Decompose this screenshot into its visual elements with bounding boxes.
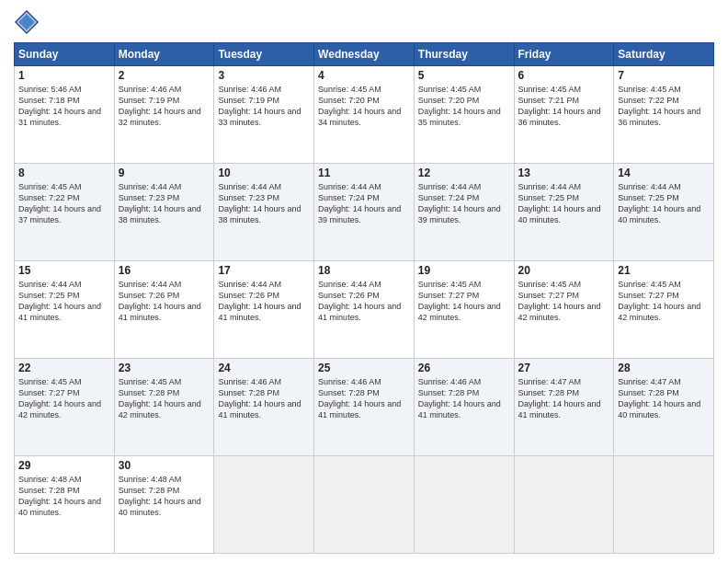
calendar-cell: 15Sunrise: 4:44 AMSunset: 7:25 PMDayligh… bbox=[15, 261, 115, 359]
calendar-cell: 17Sunrise: 4:44 AMSunset: 7:26 PMDayligh… bbox=[214, 261, 314, 359]
calendar-cell: 11Sunrise: 4:44 AMSunset: 7:24 PMDayligh… bbox=[314, 164, 415, 261]
cell-info: Sunrise: 4:46 AMSunset: 7:28 PMDaylight:… bbox=[418, 376, 510, 421]
cell-info: Sunrise: 4:44 AMSunset: 7:25 PMDaylight:… bbox=[518, 181, 610, 226]
cell-info: Sunrise: 4:44 AMSunset: 7:24 PMDaylight:… bbox=[418, 181, 510, 226]
calendar-cell bbox=[614, 456, 714, 554]
col-header-saturday: Saturday bbox=[614, 43, 714, 66]
week-row-3: 15Sunrise: 4:44 AMSunset: 7:25 PMDayligh… bbox=[15, 261, 714, 359]
day-number: 6 bbox=[518, 69, 610, 82]
cell-info: Sunrise: 4:47 AMSunset: 7:28 PMDaylight:… bbox=[618, 376, 710, 421]
cell-info: Sunrise: 4:45 AMSunset: 7:22 PMDaylight:… bbox=[18, 181, 110, 226]
week-row-2: 8Sunrise: 4:45 AMSunset: 7:22 PMDaylight… bbox=[15, 164, 714, 261]
calendar-cell: 8Sunrise: 4:45 AMSunset: 7:22 PMDaylight… bbox=[15, 164, 115, 261]
day-number: 14 bbox=[618, 167, 710, 179]
calendar-cell: 20Sunrise: 4:45 AMSunset: 7:27 PMDayligh… bbox=[514, 261, 614, 359]
day-number: 10 bbox=[218, 167, 310, 179]
logo bbox=[14, 9, 43, 35]
calendar-cell: 16Sunrise: 4:44 AMSunset: 7:26 PMDayligh… bbox=[114, 261, 214, 359]
calendar-cell: 21Sunrise: 4:45 AMSunset: 7:27 PMDayligh… bbox=[614, 261, 714, 359]
calendar-cell: 3Sunrise: 4:46 AMSunset: 7:19 PMDaylight… bbox=[214, 66, 314, 164]
cell-info: Sunrise: 4:45 AMSunset: 7:27 PMDaylight:… bbox=[418, 279, 510, 324]
day-number: 3 bbox=[218, 69, 310, 82]
day-number: 8 bbox=[18, 167, 110, 179]
cell-info: Sunrise: 4:46 AMSunset: 7:28 PMDaylight:… bbox=[218, 376, 310, 421]
calendar-cell: 7Sunrise: 4:45 AMSunset: 7:22 PMDaylight… bbox=[614, 66, 714, 164]
cell-info: Sunrise: 4:48 AMSunset: 7:28 PMDaylight:… bbox=[18, 474, 110, 519]
logo-icon bbox=[14, 9, 40, 35]
day-number: 4 bbox=[318, 69, 410, 82]
col-header-friday: Friday bbox=[514, 43, 614, 66]
cell-info: Sunrise: 4:45 AMSunset: 7:27 PMDaylight:… bbox=[18, 376, 110, 421]
cell-info: Sunrise: 4:44 AMSunset: 7:26 PMDaylight:… bbox=[218, 279, 310, 324]
day-number: 23 bbox=[119, 362, 210, 374]
col-header-monday: Monday bbox=[114, 43, 214, 66]
day-number: 2 bbox=[119, 69, 210, 82]
day-number: 16 bbox=[119, 264, 210, 277]
calendar-cell: 22Sunrise: 4:45 AMSunset: 7:27 PMDayligh… bbox=[15, 359, 115, 456]
day-number: 12 bbox=[418, 167, 510, 179]
calendar-cell: 23Sunrise: 4:45 AMSunset: 7:28 PMDayligh… bbox=[114, 359, 214, 456]
calendar-cell: 27Sunrise: 4:47 AMSunset: 7:28 PMDayligh… bbox=[514, 359, 614, 456]
calendar-cell: 29Sunrise: 4:48 AMSunset: 7:28 PMDayligh… bbox=[15, 456, 115, 554]
calendar-cell bbox=[214, 456, 314, 554]
calendar-header-row: SundayMondayTuesdayWednesdayThursdayFrid… bbox=[15, 43, 714, 66]
cell-info: Sunrise: 4:45 AMSunset: 7:27 PMDaylight:… bbox=[618, 279, 710, 324]
cell-info: Sunrise: 4:45 AMSunset: 7:20 PMDaylight:… bbox=[318, 84, 410, 129]
cell-info: Sunrise: 4:45 AMSunset: 7:28 PMDaylight:… bbox=[119, 376, 210, 421]
calendar-cell: 25Sunrise: 4:46 AMSunset: 7:28 PMDayligh… bbox=[314, 359, 415, 456]
day-number: 1 bbox=[18, 69, 110, 82]
calendar-cell: 30Sunrise: 4:48 AMSunset: 7:28 PMDayligh… bbox=[114, 456, 214, 554]
col-header-thursday: Thursday bbox=[414, 43, 514, 66]
day-number: 11 bbox=[318, 167, 410, 179]
day-number: 7 bbox=[618, 69, 710, 82]
col-header-tuesday: Tuesday bbox=[214, 43, 314, 66]
calendar-cell bbox=[314, 456, 415, 554]
cell-info: Sunrise: 4:45 AMSunset: 7:27 PMDaylight:… bbox=[518, 279, 610, 324]
day-number: 19 bbox=[418, 264, 510, 277]
day-number: 13 bbox=[518, 167, 610, 179]
day-number: 28 bbox=[618, 362, 710, 374]
header bbox=[14, 9, 714, 35]
day-number: 26 bbox=[418, 362, 510, 374]
cell-info: Sunrise: 4:45 AMSunset: 7:22 PMDaylight:… bbox=[618, 84, 710, 129]
calendar-cell: 12Sunrise: 4:44 AMSunset: 7:24 PMDayligh… bbox=[414, 164, 514, 261]
calendar-cell: 2Sunrise: 4:46 AMSunset: 7:19 PMDaylight… bbox=[114, 66, 214, 164]
calendar-cell: 19Sunrise: 4:45 AMSunset: 7:27 PMDayligh… bbox=[414, 261, 514, 359]
day-number: 17 bbox=[218, 264, 310, 277]
page: SundayMondayTuesdayWednesdayThursdayFrid… bbox=[0, 0, 728, 563]
cell-info: Sunrise: 4:45 AMSunset: 7:21 PMDaylight:… bbox=[518, 84, 610, 129]
calendar-cell: 10Sunrise: 4:44 AMSunset: 7:23 PMDayligh… bbox=[214, 164, 314, 261]
calendar-cell: 9Sunrise: 4:44 AMSunset: 7:23 PMDaylight… bbox=[114, 164, 214, 261]
cell-info: Sunrise: 4:44 AMSunset: 7:25 PMDaylight:… bbox=[618, 181, 710, 226]
cell-info: Sunrise: 4:44 AMSunset: 7:24 PMDaylight:… bbox=[318, 181, 410, 226]
col-header-sunday: Sunday bbox=[15, 43, 115, 66]
calendar-table: SundayMondayTuesdayWednesdayThursdayFrid… bbox=[14, 42, 714, 554]
cell-info: Sunrise: 4:46 AMSunset: 7:19 PMDaylight:… bbox=[218, 84, 310, 129]
calendar-cell: 4Sunrise: 4:45 AMSunset: 7:20 PMDaylight… bbox=[314, 66, 415, 164]
cell-info: Sunrise: 4:44 AMSunset: 7:26 PMDaylight:… bbox=[318, 279, 410, 324]
calendar-cell: 24Sunrise: 4:46 AMSunset: 7:28 PMDayligh… bbox=[214, 359, 314, 456]
day-number: 20 bbox=[518, 264, 610, 277]
day-number: 18 bbox=[318, 264, 410, 277]
day-number: 25 bbox=[318, 362, 410, 374]
calendar-cell: 14Sunrise: 4:44 AMSunset: 7:25 PMDayligh… bbox=[614, 164, 714, 261]
cell-info: Sunrise: 4:45 AMSunset: 7:20 PMDaylight:… bbox=[418, 84, 510, 129]
calendar-cell: 18Sunrise: 4:44 AMSunset: 7:26 PMDayligh… bbox=[314, 261, 415, 359]
cell-info: Sunrise: 4:46 AMSunset: 7:28 PMDaylight:… bbox=[318, 376, 410, 421]
week-row-4: 22Sunrise: 4:45 AMSunset: 7:27 PMDayligh… bbox=[15, 359, 714, 456]
day-number: 24 bbox=[218, 362, 310, 374]
calendar-cell: 13Sunrise: 4:44 AMSunset: 7:25 PMDayligh… bbox=[514, 164, 614, 261]
day-number: 22 bbox=[18, 362, 110, 374]
cell-info: Sunrise: 5:46 AMSunset: 7:18 PMDaylight:… bbox=[18, 84, 110, 129]
cell-info: Sunrise: 4:46 AMSunset: 7:19 PMDaylight:… bbox=[119, 84, 210, 129]
cell-info: Sunrise: 4:44 AMSunset: 7:23 PMDaylight:… bbox=[218, 181, 310, 226]
day-number: 30 bbox=[119, 459, 210, 472]
cell-info: Sunrise: 4:44 AMSunset: 7:25 PMDaylight:… bbox=[18, 279, 110, 324]
week-row-1: 1Sunrise: 5:46 AMSunset: 7:18 PMDaylight… bbox=[15, 66, 714, 164]
day-number: 5 bbox=[418, 69, 510, 82]
cell-info: Sunrise: 4:44 AMSunset: 7:26 PMDaylight:… bbox=[119, 279, 210, 324]
day-number: 27 bbox=[518, 362, 610, 374]
day-number: 29 bbox=[18, 459, 110, 472]
calendar-cell bbox=[514, 456, 614, 554]
calendar-cell: 26Sunrise: 4:46 AMSunset: 7:28 PMDayligh… bbox=[414, 359, 514, 456]
